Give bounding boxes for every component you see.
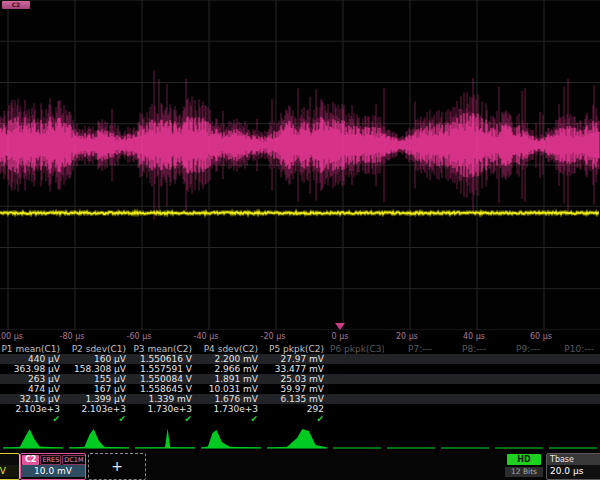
measure-value-cell: [492, 354, 546, 364]
measure-value-cell: 263 µV: [0, 374, 66, 384]
measure-column: P2 sdev(C1)160 µV158.308 µV155 µV167 µV1…: [66, 344, 132, 424]
histicon[interactable]: [330, 424, 384, 452]
histicon[interactable]: [546, 424, 600, 452]
measure-column-header[interactable]: P10:---: [546, 344, 600, 354]
measure-value-cell: 1.558645 V: [132, 384, 198, 394]
measure-value-cell: 1.730e+3: [132, 404, 198, 414]
measure-value-cell: [492, 384, 546, 394]
histicon[interactable]: [198, 424, 264, 452]
measure-column-header[interactable]: P2 sdev(C1): [66, 344, 132, 354]
measure-value-cell: [492, 374, 546, 384]
histicon-strip: [0, 424, 600, 452]
measure-value-cell: [330, 354, 384, 364]
hd-mode-badge[interactable]: HD: [507, 454, 541, 465]
measure-column-header[interactable]: P1 mean(C1): [0, 344, 66, 354]
measure-value-cell: [438, 394, 492, 404]
measure-value-cell: [384, 374, 438, 384]
measure-status-check: ✔: [264, 414, 330, 424]
measure-status-check: ✔: [66, 414, 132, 424]
add-trace-button[interactable]: +: [88, 453, 146, 480]
measure-table: P1 mean(C1)440 µV363.98 µV263 µV474 µV32…: [0, 344, 600, 424]
measure-value-cell: [438, 404, 492, 414]
histicon[interactable]: [492, 424, 546, 452]
measure-value-cell: 2.103e+3: [66, 404, 132, 414]
measure-column-header[interactable]: P4 sdev(C2): [198, 344, 264, 354]
measure-value-cell: 1.550084 V: [132, 374, 198, 384]
measure-value-cell: 10.031 mV: [198, 384, 264, 394]
measure-value-cell: [330, 394, 384, 404]
measure-column-header[interactable]: P5 pkpk(C2): [264, 344, 330, 354]
histicon[interactable]: [384, 424, 438, 452]
histicon[interactable]: [66, 424, 132, 452]
histicon[interactable]: [264, 424, 330, 452]
measure-value-cell: [384, 354, 438, 364]
timebase-title: Tbase: [547, 454, 600, 465]
channel-descriptor-c2[interactable]: C2 ERES DC1M 10.0 mV: [20, 453, 86, 480]
measure-column-header[interactable]: P3 mean(C2): [132, 344, 198, 354]
trigger-position-marker[interactable]: [335, 323, 345, 330]
measure-value-cell: [438, 354, 492, 364]
measure-column: P7:---: [384, 344, 438, 424]
measure-value-cell: [492, 364, 546, 374]
measure-value-cell: 440 µV: [0, 354, 66, 364]
measure-value-cell: 155 µV: [66, 374, 132, 384]
measure-status-check: ✔: [132, 414, 198, 424]
c2-eres-badge: ERES: [40, 455, 61, 465]
measure-value-cell: 158.308 µV: [66, 364, 132, 374]
measure-value-cell: 1.550616 V: [132, 354, 198, 364]
histicon[interactable]: [132, 424, 198, 452]
measure-column: P3 mean(C2)1.550616 V1.557591 V1.550084 …: [132, 344, 198, 424]
measure-column-header[interactable]: P8:---: [438, 344, 492, 354]
measure-column: P1 mean(C1)440 µV363.98 µV263 µV474 µV32…: [0, 344, 66, 424]
measure-value-cell: 25.03 mV: [264, 374, 330, 384]
measure-status-check: ✔: [198, 414, 264, 424]
bottom-toolbar: C1 DC1M 10.0 mV C2 ERES DC1M 10.0 mV + H…: [0, 452, 600, 480]
measure-value-cell: 1.730e+3: [198, 404, 264, 414]
measure-value-cell: [492, 404, 546, 414]
measure-value-cell: 1.557591 V: [132, 364, 198, 374]
measure-value-cell: 27.97 mV: [264, 354, 330, 364]
time-tick-label: -80 µs: [60, 332, 85, 341]
measure-value-cell: [546, 384, 600, 394]
grid-trace-label[interactable]: C2: [2, 1, 30, 9]
histicon[interactable]: [438, 424, 492, 452]
measure-column: P9:---: [492, 344, 546, 424]
measure-value-cell: 1.891 mV: [198, 374, 264, 384]
measure-column-header[interactable]: P7:---: [384, 344, 438, 354]
measure-column-header[interactable]: P6 pkpk(C3): [330, 344, 384, 354]
time-tick-label: 40 µs: [463, 332, 485, 341]
time-tick-label: 60 µs: [530, 332, 552, 341]
channel-descriptor-c1[interactable]: C1 DC1M 10.0 mV: [0, 453, 20, 480]
time-tick-label: -100 µs: [0, 332, 23, 341]
measure-status-check: [492, 414, 546, 424]
c2-channel-chip: C2: [22, 455, 39, 465]
waveform-svg: [0, 0, 600, 330]
measure-value-cell: 167 µV: [66, 384, 132, 394]
measure-value-cell: 6.135 mV: [264, 394, 330, 404]
resolution-bits-label: 12 Bits: [505, 467, 543, 477]
measure-status-check: ✔: [0, 414, 66, 424]
measure-value-cell: [546, 354, 600, 364]
timebase-descriptor[interactable]: Tbase 20.0 µs: [546, 453, 600, 480]
measure-column-header[interactable]: P9:---: [492, 344, 546, 354]
measure-value-cell: 2.966 mV: [198, 364, 264, 374]
time-tick-label: -20 µs: [261, 332, 286, 341]
measure-value-cell: [384, 384, 438, 394]
time-axis: -100 µs-80 µs-60 µs-40 µs-20 µs0 µs20 µs…: [0, 330, 600, 344]
measure-value-cell: 1.399 µV: [66, 394, 132, 404]
measure-value-cell: [330, 374, 384, 384]
time-tick-label: 0 µs: [332, 332, 349, 341]
measure-value-cell: [330, 384, 384, 394]
measure-status-check: [438, 414, 492, 424]
histicon[interactable]: [0, 424, 66, 452]
measure-value-cell: 2.103e+3: [0, 404, 66, 414]
measure-value-cell: [330, 404, 384, 414]
measure-value-cell: [546, 364, 600, 374]
measure-value-cell: 33.477 mV: [264, 364, 330, 374]
measure-value-cell: [384, 404, 438, 414]
measure-value-cell: 363.98 µV: [0, 364, 66, 374]
measure-value-cell: [438, 374, 492, 384]
waveform-grid[interactable]: C2: [0, 0, 600, 330]
measure-value-cell: 1.676 mV: [198, 394, 264, 404]
measure-value-cell: [546, 394, 600, 404]
